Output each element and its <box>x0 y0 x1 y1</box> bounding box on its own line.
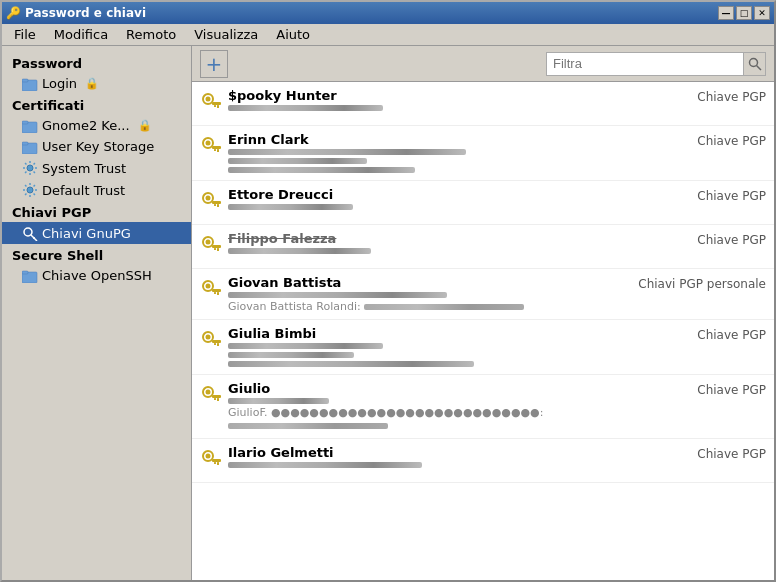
key-detail-line <box>228 352 354 358</box>
key-name: Ettore Dreucci <box>228 187 689 202</box>
pgp-key-icon <box>200 447 222 472</box>
key-name: Ilario Gelmetti <box>228 445 689 460</box>
svg-rect-54 <box>214 462 216 464</box>
folder-icon-2 <box>22 119 38 133</box>
menubar: File Modifica Remoto Visualizza Aiuto <box>2 24 774 46</box>
key-type: Chiave PGP <box>697 445 766 461</box>
list-item[interactable]: Ilario GelmettiChiave PGP <box>192 439 774 483</box>
svg-rect-48 <box>217 398 219 401</box>
svg-rect-1 <box>22 79 28 82</box>
sidebar-item-system-trust-label: System Trust <box>42 161 126 176</box>
svg-rect-12 <box>22 271 28 274</box>
svg-rect-53 <box>217 462 219 465</box>
svg-rect-38 <box>217 292 219 295</box>
key-detail-line <box>228 248 371 254</box>
content-panel: + $pooky HunterChia <box>192 46 774 580</box>
lock-icon: 🔒 <box>85 77 99 90</box>
sidebar-item-user-key-storage[interactable]: User Key Storage <box>2 136 191 157</box>
svg-rect-22 <box>212 146 221 149</box>
svg-rect-23 <box>217 149 219 152</box>
key-detail-line: Giovan Battista Rolandi: <box>228 300 630 313</box>
key-detail-line <box>228 292 447 298</box>
key-name: Giulio <box>228 381 689 396</box>
key-list: $pooky HunterChiave PGP Erinn ClarkChiav… <box>192 82 774 580</box>
svg-rect-24 <box>214 149 216 151</box>
sidebar-item-user-key-storage-label: User Key Storage <box>42 139 154 154</box>
toolbar: + <box>192 46 774 82</box>
pgp-key-icon <box>200 90 222 115</box>
svg-point-6 <box>27 165 33 171</box>
search-icon[interactable] <box>743 53 765 75</box>
svg-rect-34 <box>214 248 216 250</box>
key-detail-line <box>228 343 383 349</box>
key-name: Erinn Clark <box>228 132 689 147</box>
list-item[interactable]: $pooky HunterChiave PGP <box>192 82 774 126</box>
svg-rect-42 <box>212 340 221 343</box>
key-detail-line <box>228 398 329 404</box>
list-item[interactable]: Ettore DreucciChiave PGP <box>192 181 774 225</box>
main-area: Password Login 🔒 Certificati Gnome2 Ke..… <box>2 46 774 580</box>
filter-input[interactable] <box>547 56 743 71</box>
minimize-button[interactable]: — <box>718 6 734 20</box>
key-type: Chiave PGP <box>697 88 766 104</box>
sidebar-item-default-trust[interactable]: Default Trust <box>2 179 191 201</box>
svg-point-46 <box>206 390 211 395</box>
sidebar-item-chiave-openssh[interactable]: Chiave OpenSSH <box>2 265 191 286</box>
sidebar-item-chiavi-gnupg-label: Chiavi GnuPG <box>42 226 131 241</box>
pgp-key-icon <box>200 328 222 353</box>
svg-rect-32 <box>212 245 221 248</box>
sidebar-section-chiavi-pgp: Chiavi PGP <box>2 201 191 222</box>
sidebar: Password Login 🔒 Certificati Gnome2 Ke..… <box>2 46 192 580</box>
list-item[interactable]: Filippo FalezzaChiave PGP <box>192 225 774 269</box>
window-title: Password e chiavi <box>25 6 146 20</box>
svg-rect-27 <box>212 201 221 204</box>
sidebar-item-default-trust-label: Default Trust <box>42 183 125 198</box>
title-bar-buttons: — □ ✕ <box>718 6 770 20</box>
key-detail-line <box>228 149 466 155</box>
maximize-button[interactable]: □ <box>736 6 752 20</box>
key-info: Giovan BattistaGiovan Battista Rolandi: <box>228 275 630 313</box>
svg-rect-39 <box>214 292 216 294</box>
add-button[interactable]: + <box>200 50 228 78</box>
key-info: GiulioGiulioF. ●●●●●●●●●●●●●●●●●●●●●●●●●… <box>228 381 689 432</box>
svg-point-8 <box>24 228 32 236</box>
sidebar-item-login[interactable]: Login 🔒 <box>2 73 191 94</box>
folder-icon-4 <box>22 269 38 283</box>
key-icon <box>22 225 38 241</box>
menu-remoto[interactable]: Remoto <box>118 25 184 44</box>
key-type: Chiave PGP <box>697 132 766 148</box>
key-info: $pooky Hunter <box>228 88 689 112</box>
menu-modifica[interactable]: Modifica <box>46 25 116 44</box>
sidebar-item-system-trust[interactable]: System Trust <box>2 157 191 179</box>
title-bar-left: 🔑 Password e chiavi <box>6 6 146 20</box>
list-item[interactable]: Erinn ClarkChiave PGP <box>192 126 774 181</box>
svg-rect-17 <box>212 102 221 105</box>
folder-icon-3 <box>22 140 38 154</box>
list-item[interactable]: Giulia BimbiChiave PGP <box>192 320 774 375</box>
svg-rect-44 <box>214 343 216 345</box>
key-detail-line: GiulioF. ●●●●●●●●●●●●●●●●●●●●●●●●●●●●: <box>228 406 689 432</box>
key-detail-line <box>228 105 383 111</box>
svg-rect-33 <box>217 248 219 251</box>
menu-aiuto[interactable]: Aiuto <box>268 25 318 44</box>
key-name: $pooky Hunter <box>228 88 689 103</box>
sidebar-section-password: Password <box>2 52 191 73</box>
list-item[interactable]: Giovan BattistaGiovan Battista Rolandi: … <box>192 269 774 320</box>
sidebar-section-certificati: Certificati <box>2 94 191 115</box>
svg-point-41 <box>206 335 211 340</box>
menu-file[interactable]: File <box>6 25 44 44</box>
filter-box <box>546 52 766 76</box>
list-item[interactable]: GiulioGiulioF. ●●●●●●●●●●●●●●●●●●●●●●●●●… <box>192 375 774 439</box>
svg-point-31 <box>206 240 211 245</box>
sidebar-item-chiavi-gnupg[interactable]: Chiavi GnuPG <box>2 222 191 244</box>
svg-point-26 <box>206 196 211 201</box>
close-button[interactable]: ✕ <box>754 6 770 20</box>
key-info: Ilario Gelmetti <box>228 445 689 469</box>
menu-visualizza[interactable]: Visualizza <box>186 25 266 44</box>
pgp-key-icon <box>200 383 222 408</box>
key-type: Chiavi PGP personale <box>638 275 766 291</box>
key-info: Erinn Clark <box>228 132 689 174</box>
sidebar-item-gnome2ke[interactable]: Gnome2 Ke... 🔒 <box>2 115 191 136</box>
svg-rect-18 <box>217 105 219 108</box>
key-type: Chiave PGP <box>697 187 766 203</box>
